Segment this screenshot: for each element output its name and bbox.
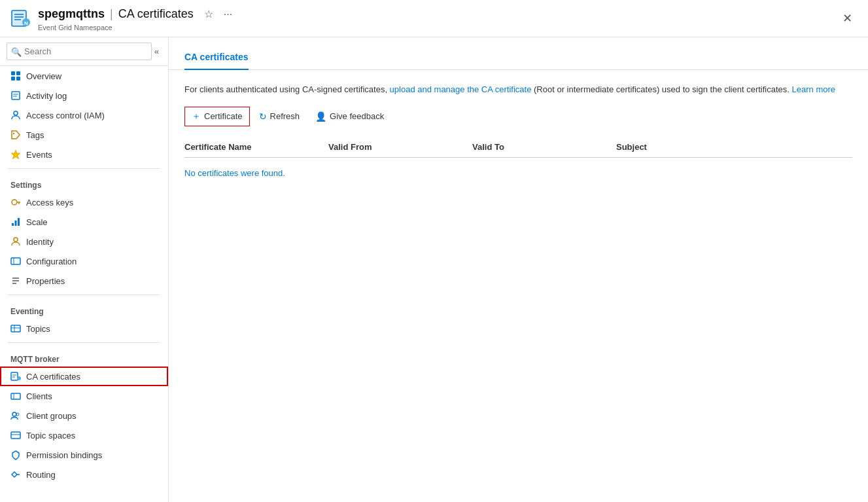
scale-icon (10, 217, 21, 227)
main-layout: 🔍 « Overview Activity log (0, 37, 868, 502)
header-title-group: spegmqttns | CA certificates ☆ ··· Event… (38, 5, 235, 31)
svg-rect-11 (12, 92, 20, 99)
config-icon (10, 256, 21, 266)
namespace-name: spegmqttns (38, 7, 105, 21)
table-header: Certificate Name Valid From Valid To Sub… (184, 137, 852, 158)
sidebar-item-label: Client groups (26, 411, 77, 421)
sidebar-item-label: Access control (IAM) (26, 111, 105, 120)
overview-icon (10, 71, 21, 81)
sidebar-search-area: 🔍 « (0, 37, 168, 66)
sidebar-item-label: Permission bindings (26, 450, 102, 460)
svg-point-14 (14, 111, 18, 115)
header-sep: | (110, 7, 113, 21)
sidebar-item-access-keys[interactable]: Access keys (0, 192, 168, 212)
sidebar-item-label: Tags (26, 130, 44, 140)
svg-rect-10 (16, 77, 20, 81)
svg-rect-7 (11, 71, 15, 75)
sidebar-item-clients[interactable]: Clients (0, 386, 168, 406)
sidebar-item-tags[interactable]: Tags (0, 125, 168, 145)
col-header-from: Valid From (328, 142, 472, 152)
sidebar-item-events[interactable]: Events (0, 145, 168, 164)
upload-link[interactable]: upload and manage the CA certificate (390, 84, 532, 94)
sidebar-item-iam[interactable]: Access control (IAM) (0, 105, 168, 125)
sidebar-collapse-button[interactable]: « (152, 44, 162, 59)
identity-icon (10, 236, 21, 247)
empty-table-message: No certificates were found. (184, 158, 852, 188)
sidebar-item-label: Overview (26, 71, 61, 81)
sidebar-item-label: Activity log (26, 91, 67, 101)
sidebar-item-label: Access keys (26, 198, 73, 207)
topics-icon (10, 323, 21, 334)
learn-more-link[interactable]: Learn more (792, 84, 835, 94)
page-title: CA certificates (118, 7, 194, 21)
permbind-icon (10, 450, 21, 460)
svg-rect-25 (11, 258, 20, 264)
sidebar-nav: Overview Activity log Access control (IA… (0, 66, 168, 502)
sidebar-item-overview[interactable]: Overview (0, 66, 168, 86)
svg-point-39 (12, 412, 16, 416)
mqtt-section-label: MQTT broker (0, 347, 168, 367)
props-icon (10, 276, 21, 286)
sidebar-item-label: Topics (26, 324, 50, 334)
svg-text:N: N (24, 20, 28, 26)
events-icon (10, 149, 21, 160)
settings-section-label: Settings (0, 173, 168, 192)
sidebar-item-routing[interactable]: Routing (0, 465, 168, 484)
svg-point-18 (12, 200, 17, 205)
svg-rect-8 (16, 71, 20, 75)
content-body: For clients authenticated using CA-signe… (169, 70, 868, 502)
sidebar-item-topics[interactable]: Topics (0, 319, 168, 338)
refresh-button[interactable]: ↻ Refresh (252, 108, 307, 125)
sidebar-item-label: Routing (26, 470, 56, 480)
settings-divider (8, 168, 160, 169)
sidebar-item-topic-spaces[interactable]: Topic spaces (0, 425, 168, 445)
sidebar-item-label: Configuration (26, 257, 77, 266)
svg-rect-41 (11, 432, 20, 439)
sidebar-item-label: CA certificates (26, 372, 80, 382)
log-icon (10, 90, 21, 101)
toolbar: ＋ Certificate ↻ Refresh 👤 Give feedback (184, 107, 852, 126)
search-icon: 🔍 (11, 46, 22, 56)
svg-marker-17 (11, 150, 20, 159)
search-input[interactable] (7, 43, 152, 60)
ca-certificates-tab[interactable]: CA certificates (184, 46, 249, 70)
sidebar-item-scale[interactable]: Scale (0, 212, 168, 232)
sidebar-item-permission-bindings[interactable]: Permission bindings (0, 445, 168, 465)
clients-icon (10, 391, 21, 401)
sidebar-item-identity[interactable]: Identity (0, 232, 168, 251)
clientgrp-icon (10, 410, 21, 421)
svg-point-24 (14, 238, 18, 242)
star-button[interactable]: ☆ (201, 5, 216, 23)
refresh-btn-label: Refresh (270, 111, 300, 121)
sidebar-item-label: Events (26, 150, 52, 160)
mqtt-divider (8, 342, 160, 343)
feedback-button[interactable]: 👤 Give feedback (309, 108, 391, 125)
description: For clients authenticated using CA-signe… (184, 83, 852, 96)
eventing-section-label: Eventing (0, 299, 168, 319)
topicspaces-icon (10, 430, 21, 440)
content-area: CA certificates For clients authenticate… (169, 37, 868, 502)
sidebar-item-label: Clients (26, 391, 52, 401)
sidebar-item-activity-log[interactable]: Activity log (0, 86, 168, 105)
app-icon: N (10, 8, 31, 29)
certificate-button[interactable]: ＋ Certificate (184, 107, 250, 126)
svg-rect-33 (11, 372, 18, 380)
sidebar-item-properties[interactable]: Properties (0, 271, 168, 291)
sidebar-item-label: Topic spaces (26, 431, 75, 440)
svg-rect-22 (15, 221, 17, 226)
close-button[interactable]: ✕ (837, 9, 858, 28)
col-header-name: Certificate Name (184, 142, 328, 152)
svg-point-36 (17, 376, 21, 380)
eventing-divider (8, 295, 160, 295)
col-header-to: Valid To (472, 142, 616, 152)
keys-icon (10, 197, 21, 207)
feedback-icon: 👤 (315, 111, 326, 122)
col-header-subject: Subject (616, 142, 852, 152)
sidebar-item-ca-certificates[interactable]: CA certificates (0, 367, 168, 386)
header: N spegmqttns | CA certificates ☆ ··· Eve… (0, 0, 868, 37)
ellipsis-button[interactable]: ··· (221, 6, 235, 23)
svg-rect-23 (18, 218, 20, 226)
sidebar-item-label: Identity (26, 237, 54, 247)
sidebar-item-client-groups[interactable]: Client groups (0, 406, 168, 425)
sidebar-item-configuration[interactable]: Configuration (0, 251, 168, 271)
